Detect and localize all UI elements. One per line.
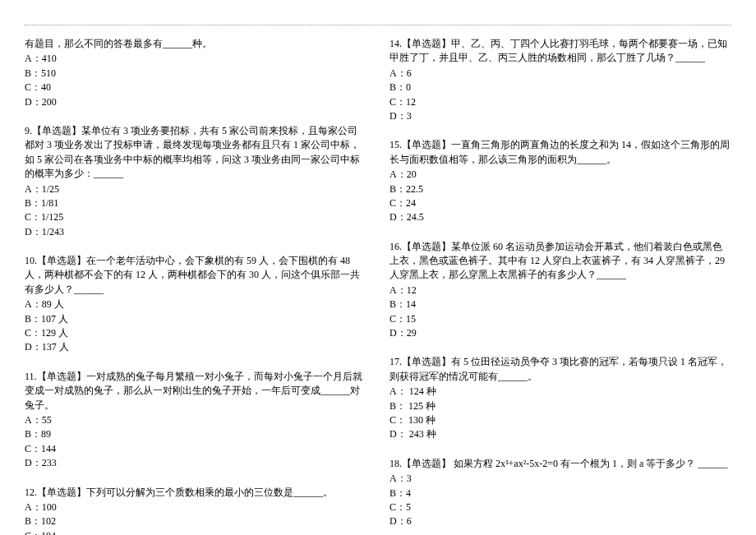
option-c: C： 130 种	[390, 413, 731, 427]
question-12: 12.【单选题】下列可以分解为三个质数相乘的最小的三位数是______。 A：1…	[25, 486, 366, 535]
right-column: 14.【单选题】甲、乙、丙、丁四个人比赛打羽毛球，每两个都要赛一场，已知甲胜了丁…	[390, 37, 731, 535]
question-stem: 11.【单选题】一对成熟的兔子每月繁殖一对小兔子，而每对小兔子一个月后就变成一对…	[25, 370, 366, 413]
option-a: A：100	[25, 500, 366, 514]
option-c: C：15	[390, 312, 731, 326]
option-c: C：5	[390, 500, 731, 514]
option-a: A：12	[390, 284, 731, 297]
option-c: C：104	[25, 529, 366, 535]
option-a: A：410	[25, 52, 366, 66]
option-d: D：6	[390, 514, 731, 528]
question-11: 11.【单选题】一对成熟的兔子每月繁殖一对小兔子，而每对小兔子一个月后就变成一对…	[25, 370, 366, 471]
option-c: C：144	[25, 442, 366, 456]
option-c: C：1/125	[25, 210, 366, 224]
option-c: C：12	[390, 95, 731, 109]
page-top-divider	[25, 25, 731, 25]
option-d: D：29	[390, 326, 731, 340]
option-d: D：233	[25, 456, 366, 470]
two-column-layout: 有题目，那么不同的答卷最多有______种。 A：410 B：510 C：40 …	[25, 37, 731, 535]
question-stem: 有题目，那么不同的答卷最多有______种。	[25, 37, 366, 51]
option-d: D：137 人	[25, 340, 366, 354]
question-carryover: 有题目，那么不同的答卷最多有______种。 A：410 B：510 C：40 …	[25, 37, 366, 109]
option-b: B：14	[390, 297, 731, 311]
option-d: D： 243 种	[390, 427, 731, 441]
question-10: 10.【单选题】在一个老年活动中心，会下象棋的有 59 人，会下围棋的有 48 …	[25, 254, 366, 355]
question-15: 15.【单选题】一直角三角形的两直角边的长度之和为 14，假如这个三角形的周长与…	[390, 138, 731, 224]
question-stem: 17.【单选题】有 5 位田径运动员争夺 3 项比赛的冠军，若每项只设 1 名冠…	[390, 355, 731, 384]
question-14: 14.【单选题】甲、乙、丙、丁四个人比赛打羽毛球，每两个都要赛一场，已知甲胜了丁…	[390, 37, 731, 123]
question-stem: 9.【单选题】某单位有 3 项业务要招标，共有 5 家公司前来投标，且每家公司都…	[25, 124, 366, 182]
question-9: 9.【单选题】某单位有 3 项业务要招标，共有 5 家公司前来投标，且每家公司都…	[25, 124, 366, 239]
question-stem: 14.【单选题】甲、乙、丙、丁四个人比赛打羽毛球，每两个都要赛一场，已知甲胜了丁…	[390, 37, 731, 66]
question-17: 17.【单选题】有 5 位田径运动员争夺 3 项比赛的冠军，若每项只设 1 名冠…	[390, 355, 731, 441]
option-a: A：55	[25, 413, 366, 427]
option-b: B：4	[390, 487, 731, 500]
option-d: D：24.5	[390, 210, 731, 224]
option-d: D：200	[25, 95, 366, 109]
left-column: 有题目，那么不同的答卷最多有______种。 A：410 B：510 C：40 …	[25, 37, 366, 535]
option-b: B：0	[390, 81, 731, 95]
question-stem: 12.【单选题】下列可以分解为三个质数相乘的最小的三位数是______。	[25, 486, 366, 500]
option-a: A：6	[390, 67, 731, 81]
question-stem: 16.【单选题】某单位派 60 名运动员参加运动会开幕式，他们着装白色或黑色上衣…	[390, 240, 731, 283]
option-a: A：1/25	[25, 182, 366, 196]
option-d: D：1/243	[25, 225, 366, 239]
option-a: A：3	[390, 472, 731, 486]
question-stem: 18.【单选题】 如果方程 2x³+ax²-5x-2=0 有一个根为 1，则 a…	[390, 457, 731, 471]
option-b: B：22.5	[390, 182, 731, 196]
question-stem: 10.【单选题】在一个老年活动中心，会下象棋的有 59 人，会下围棋的有 48 …	[25, 254, 366, 297]
option-c: C：24	[390, 196, 731, 210]
option-b: B：510	[25, 67, 366, 81]
option-c: C：129 人	[25, 326, 366, 340]
option-b: B：89	[25, 427, 366, 441]
question-18: 18.【单选题】 如果方程 2x³+ax²-5x-2=0 有一个根为 1，则 a…	[390, 457, 731, 529]
option-a: A：89 人	[25, 297, 366, 311]
option-b: B：107 人	[25, 312, 366, 326]
option-a: A：20	[390, 168, 731, 182]
option-b: B：1/81	[25, 196, 366, 210]
option-a: A： 124 种	[390, 385, 731, 399]
option-b: B：102	[25, 514, 366, 528]
option-d: D：3	[390, 109, 731, 123]
question-16: 16.【单选题】某单位派 60 名运动员参加运动会开幕式，他们着装白色或黑色上衣…	[390, 240, 731, 341]
question-stem: 15.【单选题】一直角三角形的两直角边的长度之和为 14，假如这个三角形的周长与…	[390, 138, 731, 167]
option-c: C：40	[25, 81, 366, 95]
option-b: B： 125 种	[390, 399, 731, 413]
